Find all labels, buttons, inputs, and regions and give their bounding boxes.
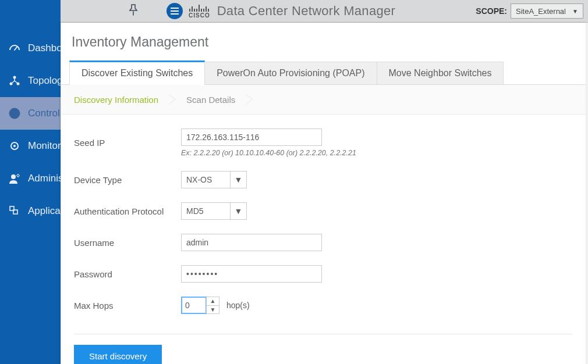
cisco-logo: CISCO [189, 4, 210, 19]
caret-down-icon: ▼ [230, 172, 246, 188]
divider [74, 334, 573, 334]
topology-icon [8, 74, 21, 87]
username-label: Username [74, 238, 181, 248]
device-type-label: Device Type [74, 175, 181, 185]
cisco-logo-text: CISCO [189, 12, 210, 19]
password-input[interactable] [181, 265, 322, 283]
spinner-down-button[interactable]: ▼ [207, 306, 219, 314]
sidebar-item-dashboard[interactable]: Dashboard [0, 32, 61, 65]
tab-poap[interactable]: PowerOn Auto Provisioning (POAP) [205, 62, 377, 84]
sidebar-item-label: Monitor [28, 140, 61, 152]
seed-ip-input[interactable] [181, 129, 322, 146]
sidebar-item-monitor[interactable]: Monitor [0, 130, 61, 162]
auth-protocol-select[interactable]: MD5 ▼ [181, 202, 247, 220]
sidebar-item-control[interactable]: Control [0, 97, 61, 130]
spinner-up-button[interactable]: ▲ [207, 297, 219, 306]
control-icon [8, 107, 21, 120]
start-discovery-button[interactable]: Start discovery [74, 345, 162, 364]
password-label: Password [74, 269, 181, 279]
app-title: Data Center Network Manager [217, 3, 476, 19]
panel-title: Inventory Management [61, 34, 586, 50]
tabs: Discover Existing Switches PowerOn Auto … [61, 60, 586, 85]
inventory-management-panel: Inventory Management Discover Existing S… [61, 23, 586, 364]
sidebar-item-applications[interactable]: Applications [0, 195, 61, 227]
caret-down-icon: ▼ [230, 203, 246, 219]
sidebar-item-topology[interactable]: Topology [0, 65, 61, 97]
wizard-step-discovery-info[interactable]: Discovery Information [74, 95, 158, 105]
seed-ip-hint: Ex: 2.2.2.20 (or) 10.10.10.40-60 (or) 2.… [181, 149, 356, 157]
svg-point-7 [17, 174, 19, 177]
scope-select-value: SiteA_External [516, 7, 566, 16]
tab-label: PowerOn Auto Provisioning (POAP) [217, 68, 364, 78]
sidebar-item-label: Control [28, 108, 60, 119]
tab-label: Discover Existing Switches [82, 68, 193, 78]
seed-ip-label: Seed IP [74, 138, 181, 148]
tab-discover-existing[interactable]: Discover Existing Switches [69, 60, 205, 85]
scope-label: SCOPE: [476, 6, 507, 16]
max-hops-input[interactable] [182, 297, 206, 313]
wizard-step-label: Scan Details [186, 95, 235, 105]
max-hops-label: Max Hops [74, 301, 181, 311]
tab-move-neighbor[interactable]: Move Neighbor Switches [377, 62, 504, 84]
svg-point-5 [13, 145, 16, 147]
caret-down-icon: ▼ [572, 8, 578, 15]
tab-label: Move Neighbor Switches [389, 68, 492, 78]
wizard-step-scan-details[interactable]: Scan Details [186, 95, 235, 105]
sidebar: Dashboard Topology Control Monitor Admin… [0, 0, 61, 364]
auth-protocol-label: Authentication Protocol [74, 206, 181, 216]
applications-icon [8, 205, 21, 217]
svg-point-6 [11, 174, 16, 179]
device-type-select[interactable]: NX-OS ▼ [181, 171, 247, 188]
username-input[interactable] [181, 234, 322, 251]
monitor-icon [8, 140, 21, 152]
device-type-value: NX-OS [186, 175, 212, 184]
discovery-form: Seed IP Ex: 2.2.2.20 (or) 10.10.10.40-60… [61, 115, 586, 328]
scope-select[interactable]: SiteA_External ▼ [511, 3, 583, 19]
wizard-step-label: Discovery Information [74, 95, 158, 105]
hamburger-menu-button[interactable] [167, 3, 183, 19]
wizard-steps: Discovery Information Scan Details [61, 85, 586, 115]
chevron-right-icon [246, 94, 253, 105]
svg-point-0 [13, 76, 16, 79]
header-bar: CISCO Data Center Network Manager SCOPE:… [0, 0, 588, 23]
dashboard-icon [8, 42, 21, 55]
chevron-right-icon [169, 94, 176, 105]
auth-protocol-value: MD5 [186, 206, 204, 216]
max-hops-spinner[interactable]: ▲ ▼ [181, 297, 219, 314]
admin-icon [8, 172, 21, 185]
sidebar-item-administration[interactable]: Administration [0, 162, 61, 195]
pin-icon[interactable] [128, 3, 139, 19]
max-hops-unit: hop(s) [226, 301, 250, 310]
